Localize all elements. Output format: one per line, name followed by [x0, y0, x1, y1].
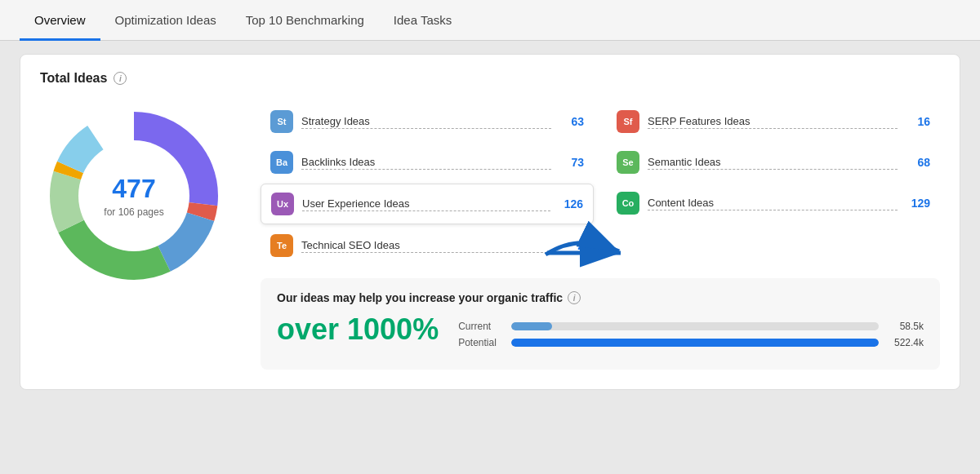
- potential-label: Potential: [458, 337, 503, 348]
- total-ideas-label: Total Ideas: [40, 71, 107, 86]
- potential-value: 522.4k: [887, 337, 924, 348]
- ux-icon: Ux: [271, 193, 294, 215]
- content-count: 129: [906, 197, 930, 210]
- total-ideas-card: Total Ideas i: [20, 54, 960, 390]
- idea-row-ux[interactable]: Ux User Experience Ideas 126: [261, 184, 594, 224]
- donut-center: 477 for 106 pages: [104, 174, 163, 219]
- serp-icon: Sf: [617, 110, 639, 133]
- traffic-section: Our ideas may help you increase your org…: [261, 278, 940, 370]
- traffic-info-icon[interactable]: i: [568, 291, 581, 304]
- current-bar-track: [511, 322, 879, 330]
- current-label: Current: [458, 321, 503, 332]
- potential-bar-fill: [511, 339, 879, 347]
- idea-row-backlinks[interactable]: Ba Backlinks Ideas 73: [261, 143, 594, 182]
- main-content: Total Ideas i: [0, 41, 980, 474]
- ideas-col-right: Sf SERP Features Ideas 16 Se Semantic Id…: [607, 102, 940, 265]
- ideas-columns: St Strategy Ideas 63 Ba Backlinks Ideas …: [261, 102, 940, 265]
- idea-row-strategy[interactable]: St Strategy Ideas 63: [261, 102, 594, 141]
- potential-bar-track: [511, 339, 879, 347]
- tab-idea-tasks[interactable]: Idea Tasks: [379, 0, 466, 41]
- current-value: 58.5k: [887, 321, 924, 332]
- technical-icon: Te: [270, 234, 293, 257]
- technical-label: Technical SEO Ideas: [301, 239, 551, 253]
- serp-count: 16: [906, 115, 930, 128]
- tab-top10-benchmarking[interactable]: Top 10 Benchmarking: [231, 0, 379, 41]
- strategy-icon: St: [270, 110, 293, 133]
- idea-row-serp[interactable]: Sf SERP Features Ideas 16: [607, 102, 940, 141]
- serp-label: SERP Features Ideas: [648, 115, 898, 129]
- backlinks-label: Backlinks Ideas: [301, 156, 551, 170]
- donut-label: for 106 pages: [104, 206, 163, 218]
- donut-chart-wrapper: 477 for 106 pages: [40, 102, 228, 290]
- idea-row-technical[interactable]: Te Technical SEO Ideas 2: [261, 226, 594, 265]
- content-label: Content Ideas: [648, 197, 898, 210]
- potential-bar-row: Potential 522.4k: [458, 337, 924, 348]
- traffic-bars: Current 58.5k Potential: [458, 321, 924, 348]
- idea-row-semantic[interactable]: Se Semantic Ideas 68: [607, 143, 940, 182]
- nav-tabs: Overview Optimization Ideas Top 10 Bench…: [0, 0, 980, 41]
- current-bar-fill: [511, 322, 551, 330]
- tab-overview[interactable]: Overview: [20, 0, 100, 41]
- content-icon: Co: [617, 192, 639, 215]
- current-bar-row: Current 58.5k: [458, 321, 924, 332]
- strategy-label: Strategy Ideas: [301, 115, 551, 129]
- traffic-big-percent: over 1000%: [277, 312, 439, 347]
- card-inner: 477 for 106 pages St Strategy Ideas 63: [40, 102, 940, 370]
- tab-optimization-ideas[interactable]: Optimization Ideas: [100, 0, 231, 41]
- info-icon[interactable]: i: [114, 72, 127, 85]
- idea-row-content[interactable]: Co Content Ideas 129: [607, 184, 940, 223]
- ux-label: User Experience Ideas: [302, 197, 550, 211]
- technical-count: 2: [559, 239, 584, 252]
- backlinks-icon: Ba: [270, 151, 293, 174]
- strategy-count: 63: [559, 115, 584, 128]
- semantic-count: 68: [906, 156, 930, 169]
- backlinks-count: 73: [559, 156, 584, 169]
- traffic-title-text: Our ideas may help you increase your org…: [277, 291, 563, 304]
- ideas-col-left: St Strategy Ideas 63 Ba Backlinks Ideas …: [261, 102, 594, 265]
- donut-total: 477: [104, 174, 163, 204]
- ux-count: 126: [559, 197, 583, 210]
- semantic-label: Semantic Ideas: [648, 156, 898, 170]
- traffic-title: Our ideas may help you increase your org…: [277, 291, 924, 304]
- right-section: St Strategy Ideas 63 Ba Backlinks Ideas …: [261, 102, 940, 370]
- card-title: Total Ideas i: [40, 71, 940, 86]
- semantic-icon: Se: [617, 151, 639, 174]
